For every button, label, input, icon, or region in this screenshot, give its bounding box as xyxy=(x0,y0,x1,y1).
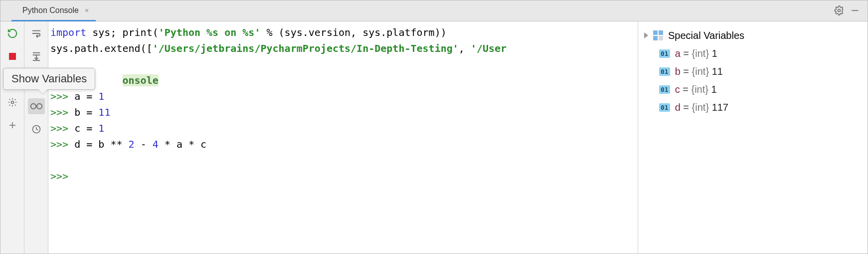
show-variables-tooltip: Show Variables xyxy=(3,68,95,90)
svg-point-0 xyxy=(838,9,841,12)
history-button[interactable] xyxy=(28,121,45,137)
console-toolbar-sidebar xyxy=(24,21,48,254)
gear-icon[interactable] xyxy=(834,5,845,16)
close-icon[interactable]: × xyxy=(85,6,89,14)
console-line: >>> c = 1 xyxy=(48,120,638,136)
console-line: >>> a = 1 xyxy=(48,88,638,104)
int-badge-icon: 01 xyxy=(659,67,670,76)
int-badge-icon: 01 xyxy=(659,85,670,94)
show-variables-button[interactable] xyxy=(28,98,45,114)
special-variables-row[interactable]: Special Variables xyxy=(641,26,865,44)
console-line: onsole xyxy=(48,72,638,88)
tab-title: Python Console xyxy=(22,6,79,15)
int-badge-icon: 01 xyxy=(659,49,670,58)
minimize-icon[interactable] xyxy=(850,5,861,16)
variable-row[interactable]: 01 d = {int} 117 xyxy=(641,98,865,116)
special-vars-icon xyxy=(653,30,663,40)
header-actions xyxy=(834,0,868,21)
console-prompt[interactable]: >>> xyxy=(48,168,638,184)
variables-panel: Special Variables 01 a = {int} 1 01 b = … xyxy=(638,21,868,254)
variable-row[interactable]: 01 a = {int} 1 xyxy=(641,44,865,62)
svg-rect-2 xyxy=(9,53,16,60)
console-line: >>> b = 11 xyxy=(48,104,638,120)
svg-point-17 xyxy=(30,104,35,109)
console-line xyxy=(48,56,638,72)
add-button[interactable] xyxy=(4,117,21,133)
special-variables-label: Special Variables xyxy=(668,30,744,41)
tool-body: import sys; print('Python %s on %s' % (s… xyxy=(0,21,868,254)
rerun-button[interactable] xyxy=(4,25,21,41)
expand-arrow-icon[interactable] xyxy=(644,32,648,38)
console-line: >>> d = b ** 2 - 4 * a * c xyxy=(48,136,638,152)
console-line xyxy=(48,152,638,168)
tool-header: Python Console × xyxy=(0,0,868,21)
int-badge-icon: 01 xyxy=(659,103,670,112)
variable-row[interactable]: 01 b = {int} 11 xyxy=(641,62,865,80)
tab-python-console[interactable]: Python Console × xyxy=(11,0,96,21)
console-settings-button[interactable] xyxy=(4,94,21,110)
console-output[interactable]: import sys; print('Python %s on %s' % (s… xyxy=(48,21,638,254)
console-line: import sys; print('Python %s on %s' % (s… xyxy=(48,24,638,40)
primary-action-sidebar xyxy=(0,21,24,254)
variable-row[interactable]: 01 c = {int} 1 xyxy=(641,80,865,98)
stop-button[interactable] xyxy=(4,48,21,64)
scroll-to-end-button[interactable] xyxy=(28,48,45,64)
svg-point-9 xyxy=(11,101,13,104)
soft-wrap-button[interactable] xyxy=(28,25,45,41)
python-console-tool-window: Python Console × xyxy=(0,0,868,254)
console-line: sys.path.extend(['/Users/jetbrains/Pycha… xyxy=(48,40,638,56)
svg-point-18 xyxy=(36,104,41,109)
